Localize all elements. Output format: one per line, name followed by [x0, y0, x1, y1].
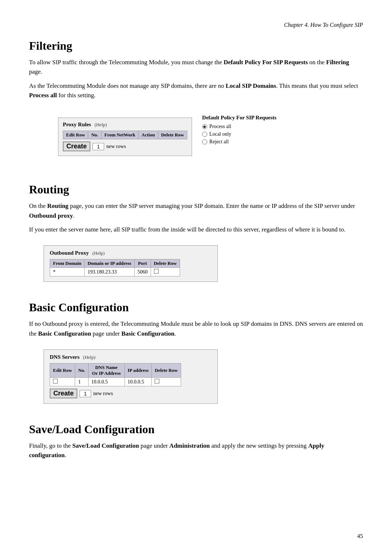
- policy-process-all-label: Process all: [209, 124, 231, 130]
- proxy-rules-help[interactable]: (Help): [94, 122, 107, 127]
- dns-create-button[interactable]: Create: [50, 389, 77, 398]
- ip-address-cell: 10.0.0.5: [124, 378, 152, 386]
- basic-config-para1: If no Outbound proxy is entered, the Tel…: [29, 319, 363, 338]
- dns-servers-box: DNS Servers (Help) Edit Row No. DNS Name…: [44, 349, 218, 404]
- dns-servers-title: DNS Servers (Help): [50, 354, 212, 360]
- routing-para1: On the Routing page, you can enter the S…: [29, 201, 363, 221]
- proxy-rules-table: Edit Row No. From NetWork Action Delete …: [63, 131, 187, 139]
- outbound-proxy-box: Outbound Proxy (Help) From Domain Domain…: [44, 245, 218, 282]
- col-action: Action: [138, 131, 158, 139]
- dns-new-rows-label: new rows: [93, 391, 113, 397]
- delete-checkbox-dns[interactable]: [155, 379, 159, 383]
- policy-reject-all-label: Reject all: [209, 139, 229, 145]
- proxy-rules-new-rows-label: new rows: [106, 144, 126, 149]
- col-port: Port: [134, 259, 151, 268]
- col-delete-row: Delete Row: [158, 131, 187, 139]
- basic-config-heading: Basic Configuration: [29, 301, 363, 314]
- delete-cell-dns: [152, 378, 181, 386]
- policy-local-only[interactable]: Local only: [202, 131, 277, 137]
- proxy-rules-box: Proxy Rules (Help) Edit Row No. From Net…: [58, 118, 192, 156]
- dns-rows-input[interactable]: [79, 390, 91, 397]
- radio-local-only[interactable]: [202, 132, 207, 137]
- dns-name-cell: 10.0.0.5: [88, 378, 124, 386]
- radio-process-all[interactable]: [202, 124, 207, 129]
- col-delete-dns: Delete Row: [152, 364, 181, 378]
- routing-heading: Routing: [29, 183, 363, 196]
- proxy-rules-rows-input[interactable]: [93, 143, 104, 150]
- policy-box: Default Policy For SIP Requests Process …: [202, 111, 277, 147]
- save-load-heading: Save/Load Configuration: [29, 423, 363, 436]
- table-row: * 193.180.23.33 5060: [50, 268, 180, 276]
- filtering-para2: As the Telecommuting Module does not man…: [29, 81, 363, 100]
- delete-cell: [151, 268, 180, 276]
- policy-title: Default Policy For SIP Requests: [202, 115, 277, 121]
- dns-create-row: Create new rows: [50, 389, 212, 398]
- col-dns-name: DNS NameOr IP Address: [88, 364, 124, 378]
- chapter-header: Chapter 4. How To Configure SIP: [29, 22, 363, 28]
- outbound-proxy-title: Outbound Proxy (Help): [50, 250, 212, 256]
- filtering-para1: To allow SIP traffic through the Telecom…: [29, 58, 363, 77]
- from-domain-cell: *: [50, 268, 85, 276]
- col-edit-row: Edit Row: [63, 131, 88, 139]
- table-row: 1 10.0.0.5 10.0.0.5: [50, 378, 181, 386]
- col-delete: Delete Row: [151, 259, 180, 268]
- radio-reject-all[interactable]: [202, 139, 207, 144]
- proxy-rules-create-row: Create new rows: [63, 141, 187, 151]
- routing-para2: If you enter the server name here, all S…: [29, 225, 363, 234]
- proxy-rules-create-button[interactable]: Create: [63, 141, 90, 151]
- delete-checkbox[interactable]: [154, 269, 159, 274]
- edit-checkbox-dns[interactable]: [53, 379, 58, 383]
- port-cell: 5060: [134, 268, 151, 276]
- domain-ip-cell: 193.180.23.33: [85, 268, 135, 276]
- col-from-network: From NetWork: [101, 131, 138, 139]
- page-number: 45: [357, 533, 363, 539]
- dns-servers-help[interactable]: (Help): [83, 354, 95, 360]
- edit-cell-dns: [50, 378, 75, 386]
- col-no-dns: No.: [75, 364, 88, 378]
- policy-reject-all[interactable]: Reject all: [202, 139, 277, 145]
- no-cell-dns: 1: [75, 378, 88, 386]
- col-edit-row-dns: Edit Row: [50, 364, 75, 378]
- outbound-proxy-table: From Domain Domain or IP address Port De…: [50, 259, 180, 276]
- policy-process-all[interactable]: Process all: [202, 124, 277, 130]
- dns-servers-table: Edit Row No. DNS NameOr IP Address IP ad…: [50, 363, 181, 386]
- col-no: No.: [88, 131, 101, 139]
- filtering-heading: Filtering: [29, 39, 363, 53]
- col-ip-address: IP address: [124, 364, 152, 378]
- save-load-para1: Finally, go to the Save/Load Configurati…: [29, 441, 363, 460]
- proxy-rules-title: Proxy Rules (Help): [63, 122, 187, 128]
- col-domain-ip: Domain or IP address: [85, 259, 135, 268]
- outbound-proxy-help[interactable]: (Help): [92, 250, 105, 256]
- policy-local-only-label: Local only: [209, 131, 231, 137]
- col-from-domain: From Domain: [50, 259, 85, 268]
